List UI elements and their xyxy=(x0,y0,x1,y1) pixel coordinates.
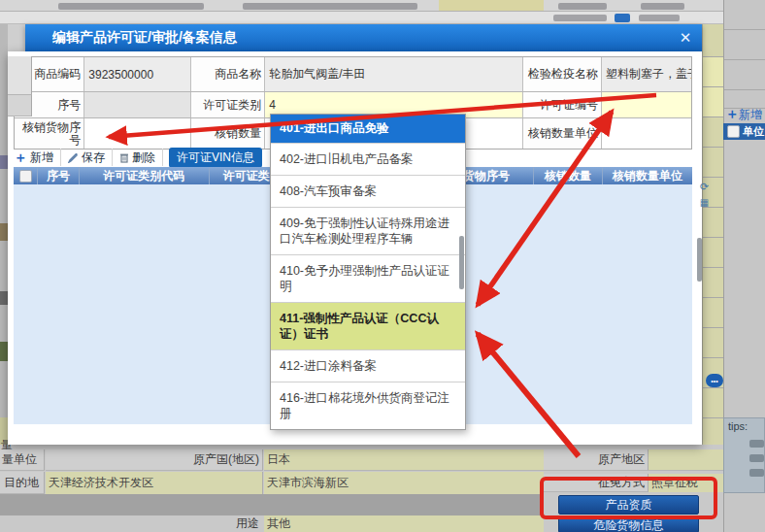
dropdown-item-label: 411-强制性产品认证（CCC认证）证书 xyxy=(280,312,439,341)
tips-label: tips: xyxy=(724,418,764,432)
inspection-name-label: 检验检疫名称 xyxy=(523,57,602,91)
serial-no-value xyxy=(84,92,191,117)
form-row: 商品编码 3923500000 商品名称 轮胎加气阀盖/丰田 检验检疫名称 塑料… xyxy=(15,57,691,92)
dropdown-item-411[interactable]: 411-强制性产品认证（CCC认证）证书 xyxy=(271,303,465,350)
ellipsis-button[interactable]: ••• xyxy=(706,374,723,387)
writeoff-qty-label: 核销数量 xyxy=(191,118,265,149)
writeoff-qty-unit-label: 核销数量单位 xyxy=(523,118,602,149)
qty-unit-label: 量单位 xyxy=(0,449,45,471)
scrollbar-thumb[interactable] xyxy=(697,238,702,282)
goods-code-value: 3923500000 xyxy=(84,57,191,91)
origin-country-label: 原产国(地区) xyxy=(46,449,263,471)
goods-name-value: 轮胎加气阀盖/丰田 xyxy=(265,57,523,91)
license-no-input[interactable] xyxy=(602,92,691,117)
text-smudge xyxy=(0,155,8,169)
save-button-label: 保存 xyxy=(82,150,105,166)
origin-area-value[interactable] xyxy=(649,449,723,471)
origin-area-label: 原产地区 xyxy=(544,449,649,471)
dropdown-item-label: 402-进口旧机电产品备案 xyxy=(280,152,414,166)
checkbox-icon[interactable] xyxy=(727,125,740,138)
text-smudge xyxy=(0,342,8,361)
dropdown-item-416[interactable]: 416-进口棉花境外供货商登记注册 xyxy=(271,382,465,429)
save-button[interactable]: 保存 xyxy=(61,149,113,166)
dropdown-item-409[interactable]: 409-免于强制性认证特殊用途进口汽车检测处理程序车辆 xyxy=(271,208,465,255)
dropdown-item-402[interactable]: 402-进口旧机电产品备案 xyxy=(271,144,465,176)
dropdown-item-label: 412-进口涂料备案 xyxy=(280,359,377,373)
add-button-label: 新增 xyxy=(30,150,53,166)
grid-icon[interactable]: ▦ xyxy=(698,196,711,209)
text-smudge xyxy=(639,15,680,21)
background-bottom-panel: 量 量单位 原产国(地区) 日本 原产地区 目的地 天津经济技术开发区 天津市滨… xyxy=(0,445,723,532)
tips-panel: tips: xyxy=(723,417,765,493)
dropdown-item-408[interactable]: 408-汽车预审备案 xyxy=(271,176,465,208)
writeoff-qty-unit-input[interactable] xyxy=(602,118,691,149)
dropdown-item-label: 409-免于强制性认证特殊用途进口汽车检测处理程序车辆 xyxy=(280,216,449,246)
text-smudge xyxy=(0,291,8,305)
text-smudge xyxy=(243,3,417,10)
dropdown-item-412[interactable]: 412-进口涂料备案 xyxy=(271,350,465,382)
dangerous-goods-button[interactable]: 危险货物信息 xyxy=(558,517,699,532)
dropdown-item-label: 401-进出口商品免验 xyxy=(280,121,389,135)
add-button[interactable]: ＋ 新增 xyxy=(14,149,61,166)
modal-title-bar[interactable]: 编辑产品许可证/审批/备案信息 ✕ xyxy=(25,24,702,51)
usage-label: 用途 xyxy=(175,515,262,532)
plus-icon: ＋ xyxy=(725,107,739,121)
modal-title: 编辑产品许可证/审批/备案信息 xyxy=(52,29,237,47)
text-smudge xyxy=(553,15,607,21)
delete-button[interactable]: 删除 xyxy=(113,149,163,166)
license-category-dropdown: 401-进出口商品免验 402-进口旧机电产品备案 408-汽车预审备案 409… xyxy=(270,114,466,430)
checkbox-icon[interactable] xyxy=(615,14,630,22)
destination-value-1[interactable]: 天津经济技术开发区 xyxy=(46,472,263,494)
product-qualification-button[interactable]: 产品资质 xyxy=(558,495,699,515)
col-writeoff-qty[interactable]: 核销数量 xyxy=(534,167,603,184)
license-vin-info-button[interactable]: 许可证VIN信息 xyxy=(169,148,262,168)
license-category-label: 许可证类别 xyxy=(191,92,265,117)
text-smudge xyxy=(558,3,607,10)
col-license-category-code[interactable]: 许可证类别代码 xyxy=(80,167,210,184)
dropdown-item-label: 416-进口棉花境外供货商登记注册 xyxy=(280,391,449,420)
destination-value-2[interactable]: 天津市滨海新区 xyxy=(264,472,544,494)
ellipsis-icon: ••• xyxy=(706,374,723,387)
text-smudge xyxy=(58,3,204,10)
background-patch xyxy=(8,95,32,116)
dropdown-item-401[interactable]: 401-进出口商品免验 xyxy=(271,115,465,144)
inspection-name-value: 塑料制塞子，盖子及 xyxy=(602,57,691,91)
trash-icon xyxy=(119,152,129,163)
screenshot-root: ⟳ ▦ ••• ＋新增 单位 tips: 量 量单位 原产国(地区) 日本 原产… xyxy=(0,0,765,532)
background-grid-header: 单位 xyxy=(723,123,765,140)
tax-mode-value[interactable]: 照章征税 xyxy=(649,474,723,492)
dropdown-item-label: 410-免予办理强制性产品认证证明 xyxy=(280,264,449,293)
writeoff-goods-no-input[interactable] xyxy=(84,118,191,149)
origin-country-value[interactable]: 日本 xyxy=(264,449,544,471)
pencil-icon xyxy=(68,152,79,163)
col-writeoff-qty-unit[interactable]: 核销数量单位 xyxy=(603,167,692,184)
goods-name-label: 商品名称 xyxy=(191,57,265,91)
divider-band xyxy=(0,494,544,515)
text-smudge xyxy=(641,3,684,10)
tax-mode-label: 征免方式 xyxy=(544,474,649,492)
plus-icon: ＋ xyxy=(14,151,27,163)
select-all-cell xyxy=(14,167,38,184)
license-no-label: 许可证编号 xyxy=(523,92,602,117)
text-smudge xyxy=(0,223,8,241)
dropdown-item-410[interactable]: 410-免予办理强制性产品认证证明 xyxy=(271,255,465,303)
background-tan-cell xyxy=(439,0,544,11)
refresh-icon[interactable]: ⟳ xyxy=(698,181,711,193)
scrollbar-thumb[interactable] xyxy=(459,236,464,289)
delete-button-label: 删除 xyxy=(132,150,155,166)
background-add-button[interactable]: ＋新增 xyxy=(725,107,765,123)
close-icon[interactable]: ✕ xyxy=(677,29,694,47)
background-patch xyxy=(8,56,32,95)
checkbox-icon[interactable] xyxy=(19,170,32,183)
col-serial-no[interactable]: 序号 xyxy=(38,167,79,184)
writeoff-goods-no-label: 核销货物序号 xyxy=(15,118,84,149)
destination-label: 目的地 xyxy=(0,472,45,494)
dropdown-item-label: 408-汽车预审备案 xyxy=(280,184,377,198)
usage-value[interactable]: 其他 xyxy=(264,515,544,532)
